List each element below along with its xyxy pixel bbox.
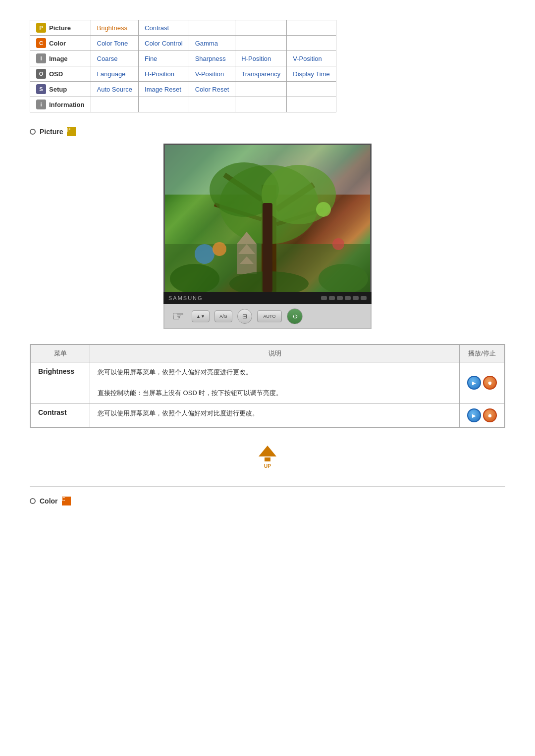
section-divider <box>30 486 505 487</box>
play-stop-brightness: ▶ ⏺ <box>460 362 505 403</box>
menu-label-osd: OSD <box>49 70 63 78</box>
monitor-screen <box>163 144 372 292</box>
nav-brightness[interactable]: Brightness <box>91 20 139 36</box>
nav-transparency[interactable]: Transparency <box>235 66 287 82</box>
menu-item-osd[interactable]: O OSD <box>36 69 85 79</box>
menu-item-setup[interactable]: S Setup <box>36 84 85 94</box>
info-icon: i <box>36 100 46 109</box>
indicator-1 <box>321 296 327 300</box>
up-arrow-section: UP <box>30 438 505 476</box>
monitor-container: SAMSUNG ☞ ▲▼ A/G ⊟ AUTO ⏻ <box>163 144 372 329</box>
navigation-table: P Picture Brightness Contrast C Color Co… <box>30 20 336 112</box>
image-icon: I <box>36 53 46 63</box>
color-section-header: Color C <box>30 497 505 505</box>
arrow-stem <box>265 457 270 461</box>
monitor-wrapper: SAMSUNG ☞ ▲▼ A/G ⊟ AUTO ⏻ <box>30 144 505 329</box>
osd-icon: O <box>36 69 46 79</box>
setup-icon: S <box>36 84 46 94</box>
svg-point-10 <box>316 202 331 217</box>
col-header-play: 播放/停止 <box>460 345 505 362</box>
nav-h-position-osd[interactable]: H-Position <box>139 66 189 82</box>
power-button[interactable]: ⏻ <box>287 308 303 324</box>
nav-sharpness[interactable]: Sharpness <box>189 51 235 66</box>
nav-image-reset[interactable]: Image Reset <box>139 82 189 97</box>
menu-item-picture[interactable]: P Picture <box>36 23 85 33</box>
menu-name-contrast: Contrast <box>31 403 90 428</box>
nav-v-position-osd[interactable]: V-Position <box>189 66 235 82</box>
desc-brightness: 您可以使用屏幕菜单，依照个人偏好对亮度进行更改。 直接控制功能：当屏幕上没有 O… <box>90 362 460 403</box>
color-title: Color <box>40 497 58 505</box>
samsung-logo: SAMSUNG <box>168 295 203 301</box>
color-header-icon: C <box>62 497 71 505</box>
monitor-indicators <box>321 296 367 300</box>
picture-radio <box>30 129 36 135</box>
indicator-2 <box>329 296 335 300</box>
up-label: UP <box>264 463 271 469</box>
menu-item-color[interactable]: C Color <box>36 38 85 48</box>
svg-point-11 <box>195 244 214 264</box>
menu-item-information[interactable]: i Information <box>36 100 85 109</box>
play-btn-orange-2[interactable]: ⏺ <box>483 408 497 422</box>
arrow-triangle <box>259 446 276 456</box>
nav-coarse[interactable]: Coarse <box>91 51 139 66</box>
indicator-6 <box>361 296 367 300</box>
color-icon: C <box>36 38 46 48</box>
nav-color-control[interactable]: Color Control <box>139 36 189 51</box>
picture-icon: P <box>36 23 46 33</box>
nav-contrast[interactable]: Contrast <box>139 20 189 36</box>
nav-color-tone[interactable]: Color Tone <box>91 36 139 51</box>
nav-language[interactable]: Language <box>91 66 139 82</box>
play-stop-contrast: ▶ ⏺ <box>460 403 505 428</box>
ag-button[interactable]: A/G <box>214 310 232 322</box>
col-header-desc: 说明 <box>90 345 460 362</box>
nav-gamma[interactable]: Gamma <box>189 36 235 51</box>
picture-title: Picture <box>40 128 63 136</box>
auto-button[interactable]: AUTO <box>257 310 282 322</box>
nav-color-reset[interactable]: Color Reset <box>189 82 235 97</box>
desc-contrast: 您可以使用屏幕菜单，依照个人偏好对对比度进行更改。 <box>90 403 460 428</box>
picture-section-header: Picture P <box>30 127 505 136</box>
garden-scene <box>165 145 372 292</box>
picture-header-icon: P <box>67 127 76 136</box>
indicator-4 <box>345 296 351 300</box>
nav-h-position-img[interactable]: H-Position <box>235 51 287 66</box>
hand-cursor: ☞ <box>172 308 184 324</box>
color-radio <box>30 498 36 504</box>
menu-name-brightness: Brightness <box>31 362 90 403</box>
col-header-menu: 菜单 <box>31 345 90 362</box>
play-btn-blue-1[interactable]: ▶ <box>467 376 481 390</box>
menu-label-color: Color <box>49 40 66 47</box>
svg-point-12 <box>213 242 226 256</box>
nav-display-time[interactable]: Display Time <box>287 66 336 82</box>
nav-v-position-img[interactable]: V-Position <box>287 51 336 66</box>
table-row-brightness: Brightness 您可以使用屏幕菜单，依照个人偏好对亮度进行更改。 直接控制… <box>31 362 505 403</box>
play-btn-blue-2[interactable]: ▶ <box>467 408 481 422</box>
page-wrapper: P Picture Brightness Contrast C Color Co… <box>0 0 535 533</box>
info-table-wrapper: 菜单 说明 播放/停止 Brightness 您可以使用屏幕菜单，依照个人偏好对… <box>30 344 505 428</box>
menu-label-information: Information <box>49 101 85 108</box>
monitor-control-bar: ☞ ▲▼ A/G ⊟ AUTO ⏻ <box>163 304 372 329</box>
menu-button[interactable]: ⊟ <box>237 309 252 324</box>
play-btn-orange-1[interactable]: ⏺ <box>483 376 497 390</box>
color-section: Color C <box>30 497 505 505</box>
updown-button[interactable]: ▲▼ <box>192 310 210 322</box>
up-arrow[interactable]: UP <box>259 446 276 469</box>
monitor-bottom-bar: SAMSUNG <box>163 292 372 304</box>
menu-label-image: Image <box>49 55 68 62</box>
table-row-contrast: Contrast 您可以使用屏幕菜单，依照个人偏好对对比度进行更改。 ▶ ⏺ <box>31 403 505 428</box>
play-btn-group-brightness: ▶ ⏺ <box>467 376 497 390</box>
info-table: 菜单 说明 播放/停止 Brightness 您可以使用屏幕菜单，依照个人偏好对… <box>30 345 505 428</box>
play-btn-group-contrast: ▶ ⏺ <box>467 408 497 422</box>
menu-item-image[interactable]: I Image <box>36 53 85 63</box>
svg-point-13 <box>332 238 344 250</box>
nav-auto-source[interactable]: Auto Source <box>91 82 139 97</box>
menu-label-picture: Picture <box>49 24 71 32</box>
nav-fine[interactable]: Fine <box>139 51 189 66</box>
menu-label-setup: Setup <box>49 86 67 93</box>
indicator-5 <box>353 296 359 300</box>
indicator-3 <box>337 296 343 300</box>
